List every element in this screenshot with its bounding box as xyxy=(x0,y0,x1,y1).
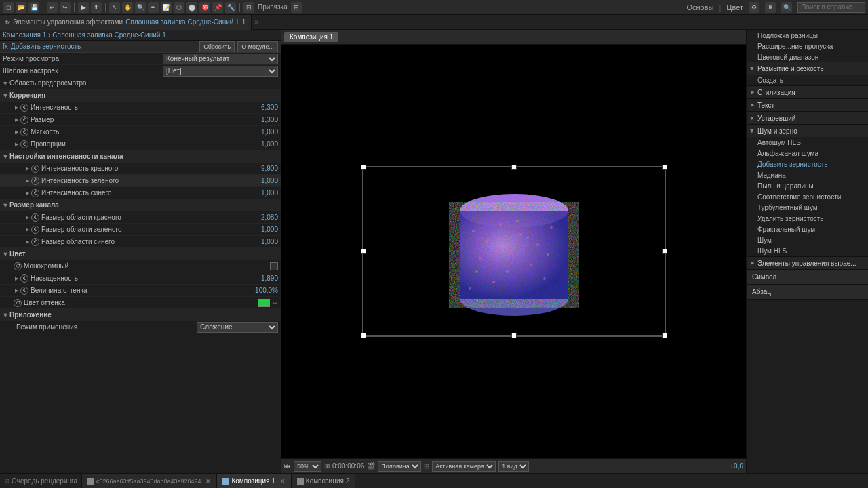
size-row[interactable]: ▶ ⏱ Размер 1,300 xyxy=(0,114,281,126)
grid-btn[interactable]: ⊞ xyxy=(424,462,429,470)
tool4-icon[interactable]: ✒ xyxy=(148,2,159,13)
camera-select[interactable]: Активная камера xyxy=(432,461,496,472)
settings-template-select[interactable]: [Нет] xyxy=(163,66,278,77)
right-item-match[interactable]: Соответствие зернистости xyxy=(747,191,868,202)
camera-btn[interactable]: 🎬 xyxy=(367,462,375,470)
green-size-value[interactable]: 1,000 xyxy=(248,226,278,233)
tool7-icon[interactable]: ⬤ xyxy=(186,2,197,13)
new-file-icon[interactable]: ◻ xyxy=(3,2,14,13)
snap-icon[interactable]: ⊡ xyxy=(243,2,254,13)
channel-size-section[interactable]: ▶ Размер канала xyxy=(0,199,281,211)
search-input[interactable] xyxy=(797,2,865,13)
preview-mode-select[interactable]: Конечный результат xyxy=(163,54,278,64)
channel-intensity-section[interactable]: ▶ Настройки интенсивности канала xyxy=(0,150,281,163)
tint-amount-row[interactable]: ▶ ⏱ Величина оттенка 100,0% xyxy=(0,285,281,297)
tint-color-row[interactable]: ⏱ Цвет оттенка ↔ xyxy=(0,297,281,309)
render-queue-tab[interactable]: ⊞ Очередь рендеринга xyxy=(0,474,82,489)
tool2-icon[interactable]: ✋ xyxy=(122,2,133,13)
undo-icon[interactable]: ↩ xyxy=(47,2,58,13)
red-size-value[interactable]: 2,080 xyxy=(248,214,278,221)
proportions-value[interactable]: 1,000 xyxy=(248,140,278,148)
open-file-icon[interactable]: 📂 xyxy=(16,2,26,13)
right-item-median[interactable]: Медиана xyxy=(747,169,868,180)
right-item-create[interactable]: Создать xyxy=(747,75,868,85)
blue-int-stopwatch[interactable]: ⏱ xyxy=(31,189,39,197)
monitor-icon[interactable]: 🖥 xyxy=(765,2,776,13)
expressions-header[interactable]: ▶ Элементы управления вырае... xyxy=(747,257,868,269)
mono-checkbox[interactable] xyxy=(270,262,278,270)
handle-bm[interactable] xyxy=(511,333,517,338)
snap2-icon[interactable]: ⊞ xyxy=(291,2,302,13)
handle-bl[interactable] xyxy=(361,333,366,338)
right-item-podlozhka[interactable]: Подложка разницы xyxy=(747,30,868,41)
size-value[interactable]: 1,300 xyxy=(248,116,278,123)
handle-br[interactable] xyxy=(662,333,667,338)
fit-icon-btn[interactable]: ⊞ xyxy=(324,462,330,470)
tool1-icon[interactable]: ↖ xyxy=(109,2,120,13)
handle-mr[interactable] xyxy=(662,249,667,254)
tint-amount-value[interactable]: 100,0% xyxy=(248,287,278,294)
handle-tm[interactable] xyxy=(511,165,517,170)
blue-int-value[interactable]: 1,000 xyxy=(248,189,278,197)
redo-icon[interactable]: ↪ xyxy=(60,2,71,13)
zoom-control[interactable]: 50% xyxy=(294,461,321,472)
comp2-tab[interactable]: Композиция 2 xyxy=(292,474,355,489)
right-item-noisehls[interactable]: Шум HLS xyxy=(747,245,868,256)
expand-panel-btn[interactable]: » xyxy=(252,15,261,30)
blue-size-value[interactable]: 1,000 xyxy=(248,238,278,245)
green-size-row[interactable]: ▶ ⏱ Размер области зеленого 1,000 xyxy=(0,224,281,236)
softness-value[interactable]: 1,000 xyxy=(248,128,278,136)
noise-section-header[interactable]: ▶ Шум и зерно xyxy=(747,125,868,137)
right-item-fractal[interactable]: Фрактальный шум xyxy=(747,224,868,235)
saturation-value[interactable]: 1,890 xyxy=(248,274,278,282)
save-icon[interactable]: 💾 xyxy=(28,2,39,13)
quality-select[interactable]: Половина xyxy=(378,461,421,472)
right-item-autohls[interactable]: Автошум HLS xyxy=(747,137,868,148)
right-item-turbulent[interactable]: Турбулентный шум xyxy=(747,202,868,213)
handle-ml[interactable] xyxy=(361,249,366,254)
softness-stopwatch[interactable]: ⏱ xyxy=(20,128,28,136)
mono-row[interactable]: ⏱ Монохромный xyxy=(0,260,281,272)
red-int-value[interactable]: 9,900 xyxy=(248,165,278,172)
color-settings-icon[interactable]: ⚙ xyxy=(749,2,760,13)
zoom-select[interactable]: 50% xyxy=(294,461,321,472)
queue-file-close[interactable]: ✕ xyxy=(205,478,211,485)
app-mode-select[interactable]: Сложение xyxy=(197,322,278,333)
color-section[interactable]: ▶ Цвет xyxy=(0,248,281,260)
handle-tl[interactable] xyxy=(361,165,366,170)
red-int-stopwatch[interactable]: ⏱ xyxy=(31,165,39,173)
effect-header-row[interactable]: fx Добавить зернистость Сбросить О модул… xyxy=(0,41,281,53)
about-btn[interactable]: О модуле... xyxy=(237,41,278,52)
tool6-icon[interactable]: ⬡ xyxy=(174,2,184,13)
handle-tr[interactable] xyxy=(662,165,667,170)
saturation-stopwatch[interactable]: ⏱ xyxy=(20,274,28,283)
tool5-icon[interactable]: 📝 xyxy=(161,2,172,13)
proportions-stopwatch[interactable]: ⏱ xyxy=(20,140,28,148)
legacy-header[interactable]: ▶ Устаревший xyxy=(747,112,868,124)
green-int-row[interactable]: ▶ ⏱ Интенсивность зеленого 1,000 xyxy=(0,175,281,187)
red-size-row[interactable]: ▶ ⏱ Размер области красного 2,080 xyxy=(0,211,281,224)
right-item-expand[interactable]: Расшире...ние пропуска xyxy=(747,41,868,52)
correction-section[interactable]: ▶ Коррекция xyxy=(0,89,281,102)
softness-row[interactable]: ▶ ⏱ Мягкость 1,000 xyxy=(0,126,281,138)
preview-area-row[interactable]: ▶ Область предпросмотра xyxy=(0,77,281,89)
paragraph-btn[interactable]: Абзац xyxy=(747,285,868,300)
right-item-remove[interactable]: Удалить зернистость xyxy=(747,213,868,224)
tint-stopwatch[interactable]: ⏱ xyxy=(20,287,28,295)
blue-size-row[interactable]: ▶ ⏱ Размер области синего 1,000 xyxy=(0,236,281,248)
application-section[interactable]: ▶ Приложение xyxy=(0,309,281,321)
green-int-value[interactable]: 1,000 xyxy=(248,177,278,184)
reset-btn[interactable]: Сбросить xyxy=(199,41,235,52)
tool10-icon[interactable]: 🔧 xyxy=(225,2,236,13)
breadcrumb-comp[interactable]: Композиция 1 xyxy=(3,31,46,39)
blur-section-header[interactable]: ▶ Размытие и резкость xyxy=(747,62,868,75)
tint-color-stopwatch[interactable]: ⏱ xyxy=(14,299,22,307)
queue-file-tab[interactable]: c0266aa63ff5aa3948dab0a43e920424 ✕ xyxy=(82,474,218,489)
time-display-comp[interactable]: 0:00:00:06 xyxy=(332,462,364,470)
intensity-value[interactable]: 6,300 xyxy=(248,104,278,111)
comp-menu-icon[interactable]: ☰ xyxy=(341,33,351,42)
comp1-tab[interactable]: Композиция 1 ✕ xyxy=(217,474,291,489)
preview-controls[interactable]: ⏮ xyxy=(284,462,291,470)
intensity-row[interactable]: ▶ ⏱ Интенсивность 6,300 xyxy=(0,102,281,114)
effects-controls-tab[interactable]: fx Элементы управления эффектами Сплошна… xyxy=(0,15,252,30)
